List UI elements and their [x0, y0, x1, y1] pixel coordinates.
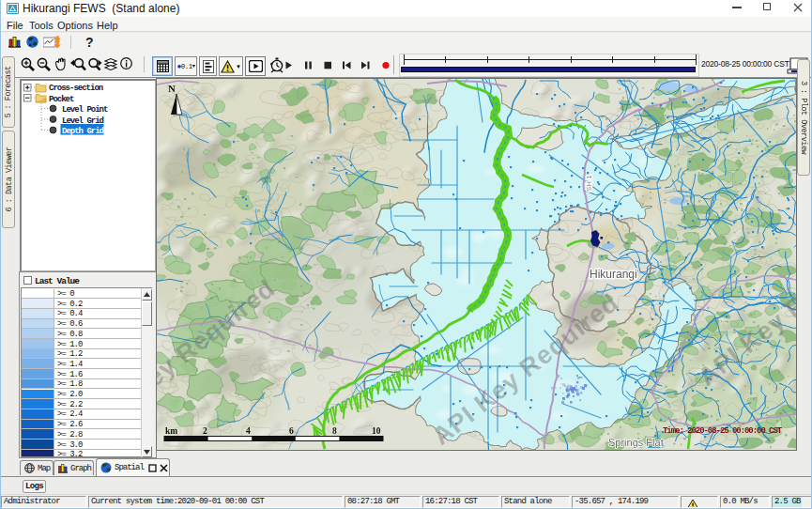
- svg-text:km: km: [165, 426, 177, 436]
- svg-text:Springs Flat: Springs Flat: [608, 437, 664, 448]
- svg-text:Hikurangi: Hikurangi: [590, 268, 637, 281]
- svg-text:Pocket: Pocket: [49, 95, 74, 104]
- svg-text:Cross-section: Cross-section: [49, 84, 103, 93]
- svg-text:8: 8: [332, 426, 337, 436]
- svg-text:Level Grid: Level Grid: [62, 116, 104, 126]
- svg-text:2: 2: [203, 426, 207, 436]
- svg-text:10: 10: [372, 426, 381, 436]
- svg-text:Depth Grid: Depth Grid: [62, 127, 104, 136]
- svg-text:Time: 2020-08-25 00:00:00 CST: Time: 2020-08-25 00:00:00 CST: [663, 426, 783, 436]
- svg-text:6: 6: [289, 426, 294, 436]
- svg-text:SH 1: SH 1: [585, 175, 593, 192]
- svg-text:N: N: [168, 83, 176, 94]
- svg-text:Level Point: Level Point: [62, 105, 108, 115]
- svg-text:4: 4: [246, 426, 251, 436]
